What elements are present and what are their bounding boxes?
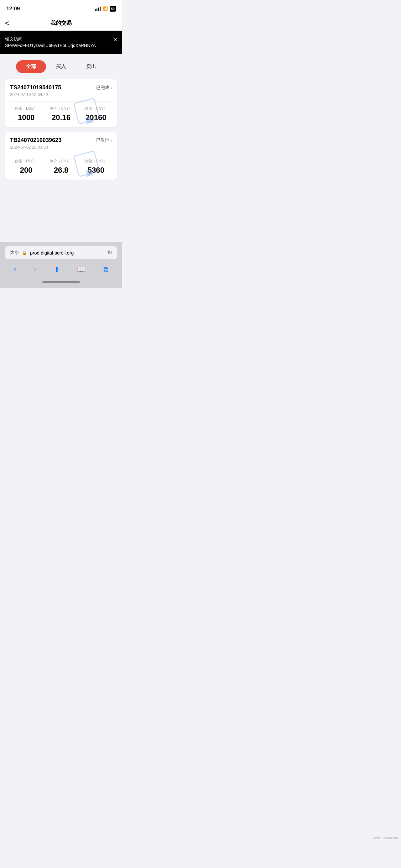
status-icons: 📶 80: [95, 6, 116, 11]
banner-text: 铭文访问 SPvWFdFEU1yDwsIU6Ew1EbLUrjqXaRNNYA: [5, 36, 114, 49]
divider-1: [10, 101, 112, 101]
tab-all[interactable]: 全部: [16, 60, 46, 73]
banner: 铭文访问 SPvWFdFEU1yDwsIU6Ew1EbLUrjqXaRNNYA …: [0, 31, 122, 54]
col-total-2: 总额（CNY） 5360: [80, 159, 112, 175]
trade-card-1[interactable]: 卖出 TS24071019540175 已完成 › 2024-07-10 19:…: [5, 79, 117, 127]
col-qty-1: 数量（DSC） 1000: [10, 106, 42, 122]
trade-card-2[interactable]: 卖出 TB24070216039623 已取消 › 2024-07-02 16:…: [5, 132, 117, 180]
browser-share-button[interactable]: ⬆: [50, 264, 63, 275]
browser-bar: 大小 🔒 prod.digital-scroll.org ↻: [0, 242, 122, 262]
browser-forward-button[interactable]: ›: [30, 264, 40, 275]
col-total-1: 总额（CNY） 20160: [80, 106, 112, 122]
divider-2: [10, 154, 112, 154]
tab-sell[interactable]: 卖出: [76, 60, 106, 73]
chevron-icon-1: ›: [110, 85, 112, 90]
trade-date-1: 2024-07-10 19:54:29: [10, 92, 112, 97]
trade-id-2: TB24070216039623: [10, 137, 61, 144]
battery-icon: 80: [110, 6, 116, 11]
browser-nav: ‹ › ⬆ 📖 ⧉: [0, 262, 122, 279]
url-display: prod.digital-scroll.org: [30, 250, 104, 255]
signal-icon: [95, 7, 101, 11]
trade-data-1: 数量（DSC） 1000 单价（CNY） 20.16 总额（CNY） 20160: [10, 106, 112, 122]
status-time: 12:09: [6, 6, 20, 12]
col-price-2: 单价（CNY） 26.8: [45, 159, 77, 175]
browser-back-button[interactable]: ‹: [10, 264, 20, 275]
trades-list: 卖出 TS24071019540175 已完成 › 2024-07-10 19:…: [0, 79, 122, 180]
chevron-icon-2: ›: [110, 138, 112, 143]
status-bar: 12:09 📶 80: [0, 0, 122, 16]
banner-close-button[interactable]: ×: [114, 36, 117, 43]
col-qty-2: 数量（DSC） 200: [10, 159, 42, 175]
trade-id-1: TS24071019540175: [10, 84, 61, 91]
card-header-1: TS24071019540175 已完成 ›: [10, 84, 112, 91]
home-bar: [42, 281, 80, 283]
filter-tabs: 全部 买入 卖出: [0, 54, 122, 79]
home-indicator: [0, 279, 122, 288]
content-spacer: [0, 180, 122, 242]
trade-date-2: 2024-07-02 16:03:58: [10, 145, 112, 150]
reload-button[interactable]: ↻: [107, 249, 112, 256]
font-size-button[interactable]: 大小: [10, 250, 19, 255]
trade-status-2: 已取消 ›: [96, 137, 112, 143]
address-bar: 大小 🔒 prod.digital-scroll.org ↻: [5, 246, 117, 259]
wifi-icon: 📶: [102, 6, 108, 11]
nav-bar: < 我的交易: [0, 16, 122, 31]
page-title: 我的交易: [51, 20, 72, 27]
tab-buy[interactable]: 买入: [46, 60, 76, 73]
lock-icon: 🔒: [22, 250, 27, 255]
trade-status-1: 已完成 ›: [96, 85, 112, 91]
trade-data-2: 数量（DSC） 200 单价（CNY） 26.8 总额（CNY） 5360: [10, 159, 112, 175]
browser-bookmarks-button[interactable]: 📖: [73, 264, 89, 275]
back-button[interactable]: <: [5, 19, 9, 28]
browser-tabs-button[interactable]: ⧉: [100, 264, 112, 275]
card-header-2: TB24070216039623 已取消 ›: [10, 137, 112, 144]
col-price-1: 单价（CNY） 20.16: [45, 106, 77, 122]
